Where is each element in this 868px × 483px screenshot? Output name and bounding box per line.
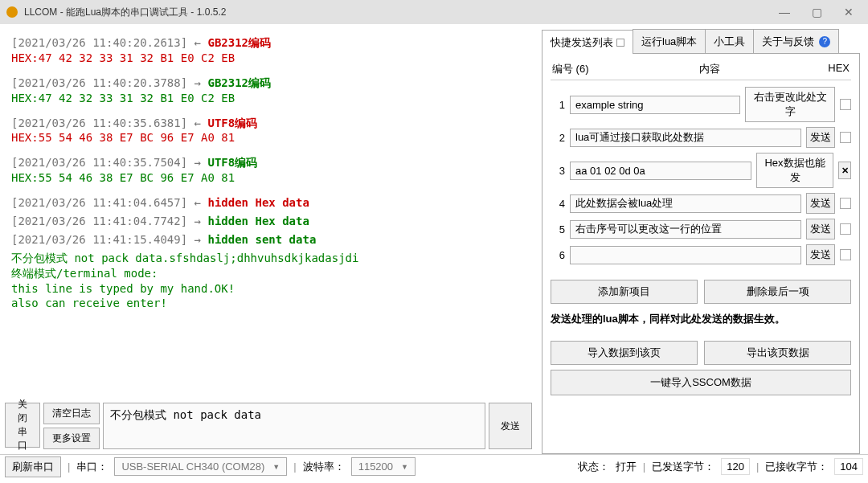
add-item-button[interactable]: 添加新项目 — [551, 280, 698, 304]
tab-icon — [616, 39, 624, 47]
row-send-button[interactable]: 发送 — [806, 244, 835, 265]
send-button[interactable]: 发送 — [489, 403, 532, 449]
port-label: 串口： — [76, 460, 108, 474]
row-content-input[interactable] — [570, 246, 801, 264]
baud-combo[interactable]: 115200▼ — [351, 457, 416, 476]
row-content-input[interactable] — [570, 194, 801, 213]
recv-label: 已接收字节： — [765, 460, 828, 474]
row-content-input[interactable] — [570, 129, 801, 147]
row-content-input[interactable] — [570, 162, 751, 180]
delete-last-button[interactable]: 删除最后一项 — [704, 280, 851, 304]
quick-send-row: 6发送 — [551, 244, 851, 265]
sent-label: 已发送字节： — [652, 460, 714, 474]
chevron-down-icon: ▼ — [272, 463, 280, 471]
minimize-button[interactable]: — — [768, 0, 800, 24]
window-title: LLCOM - 能跑Lua脚本的串口调试工具 - 1.0.5.2 — [24, 6, 768, 19]
sent-value: 120 — [721, 458, 750, 475]
row-content-input[interactable] — [570, 220, 801, 239]
row-send-button[interactable]: 发送 — [806, 127, 835, 148]
row-action-button[interactable]: Hex数据也能发 — [756, 153, 833, 188]
refresh-port-button[interactable]: 刷新串口 — [5, 456, 61, 477]
quick-send-row: 2发送 — [551, 127, 851, 148]
import-sscom-button[interactable]: 一键导入SSCOM数据 — [551, 370, 851, 395]
hex-checkbox[interactable] — [840, 249, 851, 260]
tab-bar: 快捷发送列表 运行lua脚本 小工具 关于与反馈? — [542, 29, 860, 54]
script-note: 发送处理的lua脚本，同样对此处发送的数据生效。 — [551, 312, 851, 326]
state-value: 打开 — [616, 460, 637, 474]
quick-send-row: 3Hex数据也能发✕ — [551, 153, 851, 188]
row-number[interactable]: 1 — [551, 99, 565, 111]
row-action-button[interactable]: 右击更改此处文字 — [745, 87, 835, 122]
row-content-input[interactable] — [570, 96, 740, 114]
hex-checkbox[interactable] — [840, 99, 851, 110]
tab-tools[interactable]: 小工具 — [705, 29, 754, 53]
titlebar: LLCOM - 能跑Lua脚本的串口调试工具 - 1.0.5.2 — ▢ ✕ — [0, 0, 868, 24]
log-entry: [2021/03/26 11:40:35.7504] → UTF8编码 HEX:… — [11, 155, 532, 186]
tab-run-lua[interactable]: 运行lua脚本 — [633, 29, 706, 53]
header-hex: HEX — [822, 62, 850, 76]
log-entry: [2021/03/26 11:41:15.4049] → hidden sent… — [11, 232, 532, 248]
help-icon: ? — [819, 36, 830, 47]
tab-about[interactable]: 关于与反馈? — [753, 29, 839, 53]
row-number[interactable]: 3 — [551, 165, 565, 177]
quick-send-header: 编号 (6) 内容 HEX — [551, 62, 851, 80]
row-number[interactable]: 5 — [551, 223, 565, 235]
row-close-button[interactable]: ✕ — [838, 162, 851, 179]
log-entry: [2021/03/26 11:40:35.6381] ← UTF8编码 HEX:… — [11, 116, 532, 146]
quick-send-row: 1右击更改此处文字 — [551, 87, 851, 122]
log-line: 不分包模式 not pack data.sfshdaslj;dhhvuhsdkj… — [11, 251, 532, 266]
log-entry: [2021/03/26 11:40:20.2613] ← GB2312编码 HE… — [11, 35, 532, 66]
log-line: also can receive enter! — [11, 296, 532, 311]
clear-log-button[interactable]: 清空日志 — [43, 403, 100, 424]
state-label: 状态： — [578, 460, 609, 474]
row-send-button[interactable]: 发送 — [806, 193, 835, 214]
close-button[interactable]: ✕ — [833, 0, 865, 24]
hex-checkbox[interactable] — [840, 132, 851, 143]
log-entry: [2021/03/26 11:40:20.3788] → GB2312编码 HE… — [11, 76, 532, 106]
statusbar: 刷新串口 | 串口： USB-SERIAL CH340 (COM28)▼ | 波… — [0, 454, 868, 478]
row-number[interactable]: 2 — [551, 132, 565, 144]
export-button[interactable]: 导出该页数据 — [704, 341, 851, 365]
quick-send-row: 4发送 — [551, 193, 851, 214]
log-entry: [2021/03/26 11:41:04.7742] → hidden Hex … — [11, 214, 532, 229]
quick-send-panel: 编号 (6) 内容 HEX 1右击更改此处文字2发送3Hex数据也能发✕4发送5… — [542, 54, 860, 454]
log-line: this line is typed by my hand.OK! — [11, 281, 532, 297]
row-number[interactable]: 4 — [551, 198, 565, 210]
tab-quick-send[interactable]: 快捷发送列表 — [542, 30, 633, 54]
header-content: 内容 — [597, 62, 822, 76]
more-settings-button[interactable]: 更多设置 — [43, 428, 100, 449]
row-send-button[interactable]: 发送 — [806, 219, 835, 239]
app-icon — [6, 6, 18, 18]
close-port-button[interactable]: 关闭 串口 — [5, 403, 40, 448]
quick-send-row: 5发送 — [551, 219, 851, 239]
import-button[interactable]: 导入数据到该页 — [551, 341, 698, 365]
hex-checkbox[interactable] — [840, 223, 851, 235]
maximize-button[interactable]: ▢ — [800, 0, 833, 24]
log-output: [2021/03/26 11:40:20.2613] ← GB2312编码 HE… — [5, 29, 532, 399]
log-entry: [2021/03/26 11:41:04.6457] ← hidden Hex … — [11, 195, 532, 211]
hex-checkbox[interactable] — [840, 198, 851, 209]
send-input[interactable]: 不分包模式 not pack data — [103, 403, 485, 449]
header-id: 编号 (6) — [552, 62, 597, 76]
recv-value: 104 — [834, 458, 863, 475]
chevron-down-icon: ▼ — [401, 463, 408, 471]
log-line: 终端模式/terminal mode: — [11, 266, 532, 281]
baud-label: 波特率： — [303, 460, 345, 474]
port-combo[interactable]: USB-SERIAL CH340 (COM28)▼ — [114, 457, 287, 476]
row-number[interactable]: 6 — [551, 249, 565, 261]
